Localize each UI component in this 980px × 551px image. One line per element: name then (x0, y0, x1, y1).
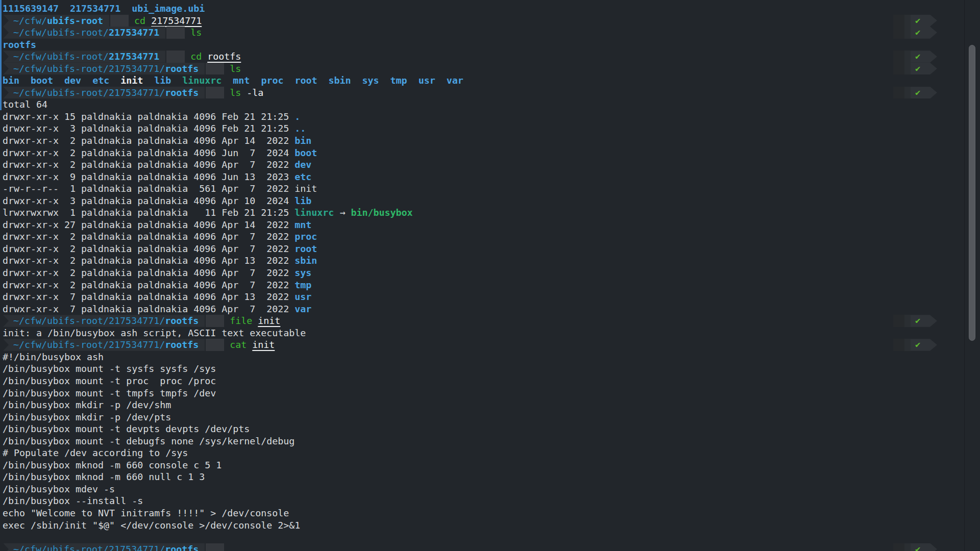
text-segment: var (447, 75, 463, 86)
text-segment: boot (31, 75, 53, 86)
prompt-row[interactable]: ~/cfw/ubifs-rootcd 217534771✔ (0, 15, 963, 27)
prompt-path: ~/cfw/ubifs-root/ (13, 27, 109, 38)
success-check-icon: ✔ (911, 15, 937, 27)
prompt-row[interactable]: ~/cfw/ubifs-root/217534771/rootfsfile in… (0, 315, 963, 327)
prompt-path-chip[interactable]: ~/cfw/ubifs-root/217534771 (3, 27, 165, 39)
prompt-path: ~/cfw/ubifs-root/ (13, 51, 109, 62)
prompt-path-chip[interactable]: ~/cfw/ubifs-root/217534771/rootfs (3, 315, 205, 327)
command-status-chip[interactable]: ✔ (893, 339, 937, 351)
text-segment: dev (295, 159, 311, 170)
output-row: /bin/busybox --install -s (0, 495, 963, 507)
prompt-path: ~/cfw/ubifs-root/217534771/ (13, 63, 165, 74)
prompt-path-chip[interactable]: ~/cfw/ubifs-root/217534771/rootfs (3, 543, 205, 551)
text-segment: var (295, 304, 311, 314)
terminal-screen: 1115639147 217534771 ubi_image.ubi~/cfw/… (0, 3, 963, 551)
text-segment: /bin/busybox mount -t sysfs sysfs /sys (3, 363, 216, 374)
text-segment: -rw-r--r-- 1 paldnakia paldnakia 561 Apr… (3, 183, 295, 194)
text-segment (59, 3, 70, 14)
scrollbar-track[interactable] (964, 0, 980, 551)
terminal-window: 1115639147 217534771 ubi_image.ubi~/cfw/… (0, 0, 980, 551)
text-segment: usr (419, 75, 435, 86)
command-text: ls (190, 27, 202, 38)
command-status-chip[interactable]: ✔ (893, 15, 937, 27)
output-row: drwxr-xr-x 2 paldnakia paldnakia 4096 Ap… (0, 231, 963, 243)
prompt-path-chip[interactable]: ~/cfw/ubifs-root (3, 15, 109, 27)
output-row: /bin/busybox mount -t sysfs sysfs /sys (0, 363, 963, 375)
text-segment: lib (295, 195, 311, 206)
text-segment: drwxr-xr-x 2 paldnakia paldnakia 4096 Ap… (3, 159, 295, 170)
success-check-icon: ✔ (911, 87, 937, 99)
output-row: drwxr-xr-x 3 paldnakia paldnakia 4096 Ap… (0, 195, 963, 207)
success-check-icon: ✔ (911, 339, 937, 351)
prompt-path-chip[interactable]: ~/cfw/ubifs-root/217534771/rootfs (3, 87, 205, 99)
text-segment: # Populate /dev according to /sys (3, 447, 188, 458)
prompt-row[interactable]: ~/cfw/ubifs-root/217534771/rootfs✔ (0, 543, 963, 551)
command-spacing (241, 87, 247, 98)
prompt-path-chip[interactable]: ~/cfw/ubifs-root/217534771/rootfs (3, 339, 205, 351)
text-segment: drwxr-xr-x 15 paldnakia paldnakia 4096 F… (3, 111, 295, 122)
output-row: rootfs (0, 39, 963, 51)
command-status-chip[interactable]: ✔ (893, 543, 937, 551)
command-status-chip[interactable]: ✔ (893, 87, 937, 99)
text-segment (171, 75, 182, 86)
success-check-icon: ✔ (911, 51, 937, 63)
output-row: total 64 (0, 98, 963, 111)
command-status-chip[interactable]: ✔ (893, 51, 937, 63)
output-row: /bin/busybox mknod -m 660 null c 1 3 (0, 471, 963, 483)
text-segment: mnt (295, 219, 311, 230)
status-chip-segment (904, 339, 911, 351)
text-segment (283, 75, 295, 86)
text-segment: drwxr-xr-x 2 paldnakia paldnakia 4096 Ap… (3, 231, 295, 242)
prompt-chip-divider (206, 315, 224, 327)
output-row: drwxr-xr-x 2 paldnakia paldnakia 4096 Ap… (0, 159, 963, 171)
prompt-row[interactable]: ~/cfw/ubifs-root/217534771ls✔ (0, 27, 963, 39)
prompt-path-current-dir: rootfs (165, 315, 199, 326)
output-row: drwxr-xr-x 27 paldnakia paldnakia 4096 A… (0, 219, 963, 231)
prompt-path-chip[interactable]: ~/cfw/ubifs-root/217534771/rootfs (3, 63, 205, 75)
output-row: drwxr-xr-x 2 paldnakia paldnakia 4096 Ap… (0, 135, 963, 147)
prompt-row[interactable]: ~/cfw/ubifs-root/217534771/rootfscat ini… (0, 339, 963, 351)
success-check-icon: ✔ (911, 63, 937, 75)
output-row: drwxr-xr-x 2 paldnakia paldnakia 4096 Ap… (0, 267, 963, 279)
text-segment: proc (261, 75, 283, 86)
prompt-path-current-dir: 217534771 (109, 27, 159, 38)
status-chip-segment (893, 87, 904, 99)
scrollbar-thumb[interactable] (969, 45, 975, 341)
output-row: # Populate /dev according to /sys (0, 447, 963, 459)
text-segment: drwxr-xr-x 2 paldnakia paldnakia 4096 Ap… (3, 255, 295, 266)
prompt-row[interactable]: ~/cfw/ubifs-root/217534771/rootfsls✔ (0, 63, 963, 75)
command-spacing (202, 51, 207, 62)
command-status-chip[interactable]: ✔ (893, 63, 937, 75)
text-segment: /bin/busybox mount -t debugfs none /sys/… (3, 436, 295, 446)
text-segment (222, 75, 233, 86)
command-argument: init (252, 339, 275, 350)
status-chip-segment (893, 51, 904, 63)
text-segment (109, 75, 120, 86)
text-segment: exec /sbin/init "$@" </dev/console >/dev… (3, 520, 300, 531)
prompt-row[interactable]: ~/cfw/ubifs-root/217534771cd rootfs✔ (0, 51, 963, 63)
prompt-path-chip[interactable]: ~/cfw/ubifs-root/217534771 (3, 51, 165, 63)
text-segment (81, 75, 92, 86)
prompt-chip-divider (166, 51, 185, 63)
command-status-chip[interactable]: ✔ (893, 27, 937, 39)
command-text: ls (230, 87, 241, 98)
status-chip-segment (893, 63, 904, 75)
text-segment: echo "Welcome to NVT initramfs !!!!" > /… (3, 508, 289, 518)
text-segment: drwxr-xr-x 3 paldnakia paldnakia 4096 Ap… (3, 195, 295, 206)
prompt-row[interactable]: ~/cfw/ubifs-root/217534771/rootfsls -la✔ (0, 87, 963, 99)
prompt-path-current-dir: ubifs-root (47, 15, 103, 26)
text-segment: root (295, 75, 317, 86)
text-segment (19, 75, 31, 86)
output-row: drwxr-xr-x 2 paldnakia paldnakia 4096 Ap… (0, 279, 963, 291)
text-segment: sys (295, 267, 311, 278)
text-segment: rootfs (3, 39, 36, 50)
text-segment (379, 75, 390, 86)
text-segment: 1115639147 (3, 3, 59, 14)
text-segment: /bin/busybox mount -t proc proc /proc (3, 375, 216, 386)
output-row: /bin/busybox mkdir -p /dev/shm (0, 399, 963, 411)
text-segment: /bin/busybox mkdir -p /dev/pts (3, 412, 171, 422)
command-spacing (252, 315, 258, 326)
text-segment: init: a /bin/busybox ash script, ASCII t… (3, 328, 306, 338)
command-status-chip[interactable]: ✔ (893, 315, 937, 327)
text-segment: → (334, 207, 351, 218)
